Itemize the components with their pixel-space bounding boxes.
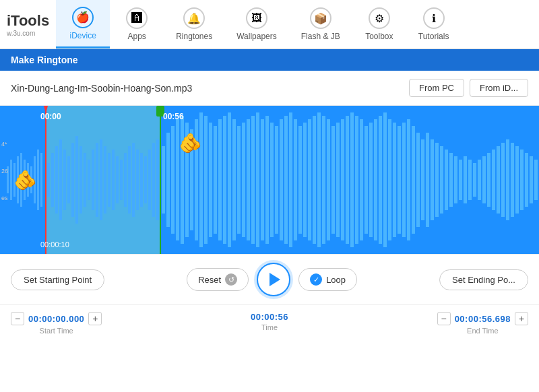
svg-rect-81 [350, 112, 354, 247]
nav-item-toolbox[interactable]: ⚙ Toolbox [352, 0, 406, 48]
svg-rect-32 [124, 153, 127, 207]
from-pc-button[interactable]: From PC [409, 79, 464, 97]
svg-rect-114 [506, 139, 509, 220]
svg-rect-62 [261, 119, 264, 240]
svg-rect-38 [148, 150, 151, 210]
end-time-plus[interactable]: + [515, 312, 528, 325]
svg-rect-17 [63, 150, 66, 210]
svg-rect-102 [449, 153, 453, 207]
svg-rect-39 [152, 143, 155, 217]
reset-button[interactable]: Reset ↺ [187, 268, 249, 291]
svg-rect-98 [431, 139, 434, 220]
set-starting-point-button[interactable]: Set Starting Point [11, 269, 104, 290]
svg-rect-68 [289, 112, 292, 247]
set-ending-point-button[interactable]: Set Ending Po... [439, 269, 528, 290]
nav-item-wallpapers[interactable]: 🖼 Wallpapers [224, 0, 289, 48]
time-row: − 00:00:00.000 + Start Time 00:00:56 Tim… [0, 305, 539, 339]
nav-item-apps[interactable]: 🅰 Apps [110, 0, 164, 48]
svg-rect-89 [388, 119, 391, 240]
svg-rect-101 [445, 150, 448, 210]
svg-rect-108 [478, 160, 481, 200]
check-icon: ✓ [310, 273, 322, 286]
logo-title: iTools [7, 12, 49, 30]
svg-rect-24 [92, 150, 94, 210]
nav-item-flashjb[interactable]: 📦 Flash & JB [289, 0, 352, 48]
svg-rect-116 [515, 146, 519, 214]
nav-label-flashjb: Flash & JB [301, 32, 340, 41]
svg-rect-21 [80, 146, 82, 214]
svg-rect-90 [393, 123, 396, 237]
start-time-minus[interactable]: − [11, 312, 24, 325]
svg-rect-14 [51, 153, 54, 207]
svg-rect-74 [317, 112, 321, 247]
svg-rect-87 [379, 116, 382, 244]
svg-rect-75 [322, 116, 325, 244]
svg-rect-71 [303, 123, 307, 237]
nav-label-wallpapers: Wallpapers [236, 32, 277, 41]
end-time-cell: − 00:00:56.698 + End Time [437, 312, 528, 335]
svg-rect-103 [454, 156, 457, 203]
current-time-label: Time [261, 323, 278, 331]
svg-rect-107 [473, 163, 476, 197]
waveform-svg: 00:00 00:56 00:00:10 4* 26 es [0, 106, 539, 254]
svg-text:es: es [1, 195, 8, 201]
svg-rect-37 [144, 156, 147, 203]
svg-rect-92 [402, 123, 406, 237]
svg-text:00:56: 00:56 [163, 112, 184, 121]
svg-rect-54 [223, 116, 226, 244]
svg-rect-15 [55, 146, 58, 214]
svg-rect-28 [108, 153, 110, 207]
svg-rect-110 [487, 153, 490, 207]
start-time-plus[interactable]: + [88, 312, 102, 325]
svg-rect-18 [67, 156, 70, 203]
svg-rect-52 [214, 126, 217, 234]
end-time-label: End Time [467, 327, 498, 335]
refresh-icon: ↺ [225, 273, 237, 286]
play-button[interactable] [257, 263, 290, 296]
svg-rect-111 [492, 150, 495, 210]
toolbox-icon: ⚙ [369, 7, 390, 29]
svg-rect-113 [501, 143, 505, 217]
start-time-cell: − 00:00:00.000 + Start Time [11, 312, 102, 335]
svg-rect-11 [40, 153, 42, 207]
svg-rect-94 [412, 126, 415, 234]
svg-rect-73 [313, 116, 316, 244]
svg-rect-91 [398, 126, 401, 234]
svg-rect-76 [327, 119, 330, 240]
svg-rect-4 [17, 156, 19, 203]
svg-rect-19 [71, 143, 74, 217]
loop-button[interactable]: ✓ Loop [298, 268, 357, 291]
svg-text:26: 26 [1, 168, 8, 174]
svg-rect-35 [136, 150, 139, 210]
start-time-label: Start Time [40, 327, 73, 335]
svg-rect-10 [37, 150, 39, 210]
flashjb-icon: 📦 [310, 7, 331, 29]
svg-rect-23 [88, 160, 90, 200]
svg-rect-56 [232, 119, 236, 240]
svg-rect-20 [75, 136, 78, 224]
top-navigation: iTools w.3u.com 🍎 iDevice 🅰 Apps 🔔 Ringt… [0, 0, 539, 49]
loop-label: Loop [326, 275, 346, 285]
nav-label-apps: Apps [127, 32, 146, 41]
svg-rect-83 [360, 119, 363, 240]
wallpapers-icon: 🖼 [246, 7, 267, 29]
nav-label-tutorials: Tutorials [418, 32, 449, 41]
svg-text:4*: 4* [1, 141, 7, 148]
nav-item-ringtones[interactable]: 🔔 Ringtones [164, 0, 224, 48]
svg-rect-64 [270, 123, 274, 237]
nav-item-tutorials[interactable]: ℹ Tutorials [406, 0, 462, 48]
svg-rect-3 [13, 163, 15, 197]
from-idevice-button[interactable]: From iD... [470, 79, 528, 97]
svg-rect-49 [199, 112, 203, 247]
svg-rect-69 [294, 119, 297, 240]
svg-rect-61 [256, 112, 259, 247]
nav-item-idevice[interactable]: 🍎 iDevice [56, 0, 110, 48]
end-time-minus[interactable]: − [437, 312, 451, 325]
svg-rect-118 [525, 153, 528, 207]
svg-rect-2 [10, 160, 12, 200]
waveform-container[interactable]: 00:00 00:56 00:00:10 4* 26 es 🫵 🫵 [0, 106, 539, 254]
svg-rect-40 [156, 139, 159, 220]
svg-rect-42 [166, 133, 170, 227]
current-time-cell: 00:00:56 Time [251, 312, 288, 331]
svg-rect-66 [280, 119, 283, 240]
